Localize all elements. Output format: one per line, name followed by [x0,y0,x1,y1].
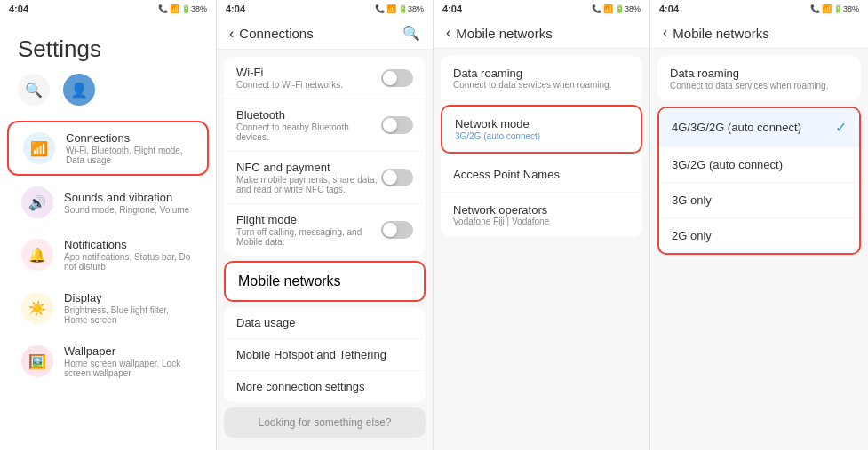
conn-item-data-usage[interactable]: Data usage [224,307,426,339]
connections-panel: 4:04 📞 📶 🔋38% ‹ Connections 🔍 Wi-Fi Conn… [217,0,434,450]
mobile-item-operators[interactable]: Network operators Vodafone Fiji | Vodafo… [441,193,642,237]
phone-icon: 📞 [158,4,168,13]
conn-item-bluetooth[interactable]: Bluetooth Connect to nearby Bluetooth de… [224,99,426,152]
mobile-networks-title: Mobile networks [238,273,411,289]
conn-item-mobile-networks[interactable]: Mobile networks [226,263,424,300]
check-icon-4g: ✓ [835,119,847,136]
network-item-roaming[interactable]: Data roaming Connect to data services wh… [657,56,861,101]
mobile-networks-highlighted-card[interactable]: Mobile networks [224,261,426,302]
operators-text: Network operators Vodafone Fiji | Vodafo… [453,203,549,226]
settings-search-row: 🔍 👤 [18,74,198,106]
settings-item-display[interactable]: ☀️ Display Brightness, Blue light filter… [7,282,209,334]
connections-header-left: ‹ Connections [229,26,314,42]
signal-icon-2: 📶 [386,4,396,13]
data-usage-title: Data usage [236,316,296,329]
battery-icon: 🔋38% [181,4,207,13]
conn-item-flight[interactable]: Flight mode Turn off calling, messaging,… [224,204,426,256]
settings-item-connections[interactable]: 📶 Connections Wi-Fi, Bluetooth, Flight m… [7,121,209,176]
nfc-toggle[interactable] [381,169,413,186]
flight-toggle[interactable] [381,221,413,239]
battery-icon-4: 🔋38% [833,4,859,13]
settings-item-sounds[interactable]: 🔊 Sounds and vibration Sound mode, Ringt… [7,178,209,227]
avatar-icon: 👤 [70,82,88,99]
network-roaming-subtitle: Connect to data services when roaming. [670,81,828,91]
conn-item-wifi[interactable]: Wi-Fi Connect to Wi-Fi networks. [224,57,426,99]
network-header-left: ‹ Mobile networks [663,25,769,41]
mobile-networks-panel: 4:04 📞 📶 🔋38% ‹ Mobile networks Data roa… [434,0,650,450]
network-mode-dropdown: 4G/3G/2G (auto connect) ✓ 3G/2G (auto co… [657,107,861,255]
operators-title: Network operators [453,203,549,217]
mobile-header-title: Mobile networks [456,26,552,41]
phone-icon-2: 📞 [375,4,385,13]
wallpaper-icon: 🖼️ [21,345,53,377]
conn-item-more[interactable]: More connection settings [224,371,426,402]
hotspot-title: Mobile Hotspot and Tethering [236,348,386,361]
wallpaper-subtitle: Home screen wallpaper, Lock screen wallp… [64,359,195,378]
status-icons-3: 📞 📶 🔋38% [592,4,641,13]
connections-header-title: Connections [239,26,313,41]
mobile-header: ‹ Mobile networks [434,18,649,49]
network-back-button[interactable]: ‹ [663,25,667,41]
connections-icon: 📶 [23,132,55,164]
connections-back-button[interactable]: ‹ [229,26,234,42]
flight-text: Flight mode Turn off calling, messaging,… [236,213,381,247]
notifications-icon: 🔔 [21,239,53,271]
settings-search-button[interactable]: 🔍 [18,74,50,106]
network-roaming-title: Data roaming [670,67,828,80]
user-avatar[interactable]: 👤 [63,74,95,106]
bluetooth-toggle[interactable] [381,116,413,134]
network-header-title: Mobile networks [673,26,768,41]
settings-panel: 4:04 📞 📶 🔋38% Settings 🔍 👤 📶 Connections [0,0,217,450]
notifications-subtitle: App notifications, Status bar, Do not di… [64,252,195,272]
dropdown-item-3g[interactable]: 3G only [659,183,859,218]
connections-search-button[interactable]: 🔍 [402,25,420,42]
dropdown-item-4g[interactable]: 4G/3G/2G (auto connect) ✓ [659,108,859,147]
nfc-text: NFC and payment Make mobile payments, sh… [236,161,381,194]
network-roaming-card: Data roaming Connect to data services wh… [657,56,861,101]
connections-header: ‹ Connections 🔍 [217,18,433,50]
sounds-text: Sounds and vibration Sound mode, Rington… [64,191,189,215]
connections-list: Wi-Fi Connect to Wi-Fi networks. Bluetoo… [217,50,433,445]
connections-group1: Wi-Fi Connect to Wi-Fi networks. Bluetoo… [224,57,426,256]
network-mode-highlighted[interactable]: Network mode 3G/2G (auto connect) [441,105,642,154]
status-bar-2: 4:04 📞 📶 🔋38% [217,0,433,18]
status-icons-1: 📞 📶 🔋38% [158,4,207,13]
mobile-list: Data roaming Connect to data services wh… [434,49,649,249]
mobile-back-button[interactable]: ‹ [446,25,450,41]
wifi-icon: 📶 [30,140,48,157]
settings-item-notifications[interactable]: 🔔 Notifications App notifications, Statu… [7,229,209,280]
conn-item-hotspot[interactable]: Mobile Hotspot and Tethering [224,339,426,371]
mobile-item-data-roaming[interactable]: Data roaming Connect to data services wh… [441,56,642,101]
dropdown-label-3g: 3G only [672,193,712,207]
connections-group2: Data usage Mobile Hotspot and Tethering … [224,307,426,402]
settings-item-wallpaper[interactable]: 🖼️ Wallpaper Home screen wallpaper, Lock… [7,336,209,387]
operators-subtitle: Vodafone Fiji | Vodafone [453,217,549,226]
phone-icon-4: 📞 [810,4,820,13]
flight-subtitle: Turn off calling, messaging, and Mobile … [236,227,381,247]
bluetooth-title: Bluetooth [236,108,381,122]
signal-icon-4: 📶 [822,4,832,13]
notifications-title: Notifications [64,238,195,251]
wifi-toggle[interactable] [381,69,413,87]
mobile-item-network-mode[interactable]: Network mode 3G/2G (auto connect) [442,107,641,152]
flight-title: Flight mode [236,213,381,226]
dropdown-item-2g[interactable]: 2G only [659,218,859,253]
mobile-item-apn[interactable]: Access Point Names [441,157,642,193]
settings-title-section: Settings 🔍 👤 [0,18,216,119]
network-mode-title: Network mode [455,117,540,130]
dropdown-label-3g2g: 3G/2G (auto connect) [672,158,783,171]
connections-title: Connections [66,131,193,145]
settings-list: 📶 Connections Wi-Fi, Bluetooth, Flight m… [0,119,216,389]
time-1: 4:04 [9,4,28,14]
looking-for-something[interactable]: Looking for something else? [224,407,426,438]
signal-icon-3: 📶 [603,4,613,13]
data-roaming-subtitle: Connect to data services when roaming. [453,80,611,90]
battery-icon-3: 🔋38% [615,4,641,13]
wallpaper-text: Wallpaper Home screen wallpaper, Lock sc… [64,344,195,378]
status-bar-1: 4:04 📞 📶 🔋38% [0,0,216,18]
nfc-subtitle: Make mobile payments, share data, and re… [236,175,381,194]
conn-item-nfc[interactable]: NFC and payment Make mobile payments, sh… [224,152,426,204]
dropdown-item-3g2g[interactable]: 3G/2G (auto connect) [659,147,859,183]
apn-title: Access Point Names [453,168,560,181]
phone-icon-3: 📞 [592,4,601,13]
